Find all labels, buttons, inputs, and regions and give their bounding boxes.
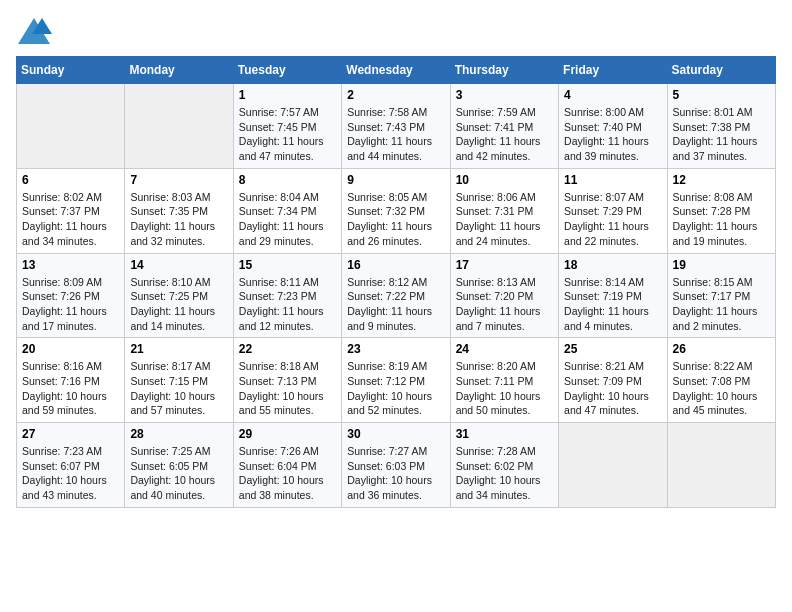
daylight: Daylight: 10 hours and 40 minutes. <box>130 474 215 501</box>
sunrise: Sunrise: 8:05 AM <box>347 191 427 203</box>
sunset: Sunset: 7:20 PM <box>456 290 534 302</box>
cell-content: Sunrise: 8:11 AM Sunset: 7:23 PM Dayligh… <box>239 275 336 334</box>
cell-content: Sunrise: 8:00 AM Sunset: 7:40 PM Dayligh… <box>564 105 661 164</box>
daylight: Daylight: 11 hours and 24 minutes. <box>456 220 541 247</box>
calendar-cell: 13 Sunrise: 8:09 AM Sunset: 7:26 PM Dayl… <box>17 253 125 338</box>
daylight: Daylight: 11 hours and 39 minutes. <box>564 135 649 162</box>
cell-content: Sunrise: 8:03 AM Sunset: 7:35 PM Dayligh… <box>130 190 227 249</box>
calendar-cell <box>559 423 667 508</box>
calendar-week-1: 1 Sunrise: 7:57 AM Sunset: 7:45 PM Dayli… <box>17 84 776 169</box>
cell-content: Sunrise: 8:12 AM Sunset: 7:22 PM Dayligh… <box>347 275 444 334</box>
sunset: Sunset: 7:34 PM <box>239 205 317 217</box>
calendar-cell: 28 Sunrise: 7:25 AM Sunset: 6:05 PM Dayl… <box>125 423 233 508</box>
cell-content: Sunrise: 7:23 AM Sunset: 6:07 PM Dayligh… <box>22 444 119 503</box>
calendar-cell: 26 Sunrise: 8:22 AM Sunset: 7:08 PM Dayl… <box>667 338 775 423</box>
calendar-cell: 29 Sunrise: 7:26 AM Sunset: 6:04 PM Dayl… <box>233 423 341 508</box>
sunset: Sunset: 7:09 PM <box>564 375 642 387</box>
cell-content: Sunrise: 7:57 AM Sunset: 7:45 PM Dayligh… <box>239 105 336 164</box>
daylight: Daylight: 10 hours and 38 minutes. <box>239 474 324 501</box>
calendar-cell: 21 Sunrise: 8:17 AM Sunset: 7:15 PM Dayl… <box>125 338 233 423</box>
calendar-cell: 14 Sunrise: 8:10 AM Sunset: 7:25 PM Dayl… <box>125 253 233 338</box>
sunset: Sunset: 7:12 PM <box>347 375 425 387</box>
daylight: Daylight: 10 hours and 34 minutes. <box>456 474 541 501</box>
daylight: Daylight: 10 hours and 43 minutes. <box>22 474 107 501</box>
calendar-cell: 30 Sunrise: 7:27 AM Sunset: 6:03 PM Dayl… <box>342 423 450 508</box>
daylight: Daylight: 11 hours and 19 minutes. <box>673 220 758 247</box>
day-number: 2 <box>347 88 444 102</box>
cell-content: Sunrise: 7:26 AM Sunset: 6:04 PM Dayligh… <box>239 444 336 503</box>
logo <box>16 16 56 46</box>
day-number: 14 <box>130 258 227 272</box>
day-number: 25 <box>564 342 661 356</box>
daylight: Daylight: 11 hours and 26 minutes. <box>347 220 432 247</box>
daylight: Daylight: 11 hours and 7 minutes. <box>456 305 541 332</box>
calendar-cell: 27 Sunrise: 7:23 AM Sunset: 6:07 PM Dayl… <box>17 423 125 508</box>
calendar-cell: 18 Sunrise: 8:14 AM Sunset: 7:19 PM Dayl… <box>559 253 667 338</box>
daylight: Daylight: 11 hours and 32 minutes. <box>130 220 215 247</box>
day-number: 30 <box>347 427 444 441</box>
weekday-header-saturday: Saturday <box>667 57 775 84</box>
day-number: 8 <box>239 173 336 187</box>
daylight: Daylight: 10 hours and 45 minutes. <box>673 390 758 417</box>
sunrise: Sunrise: 8:14 AM <box>564 276 644 288</box>
sunrise: Sunrise: 8:03 AM <box>130 191 210 203</box>
sunset: Sunset: 7:25 PM <box>130 290 208 302</box>
cell-content: Sunrise: 8:20 AM Sunset: 7:11 PM Dayligh… <box>456 359 553 418</box>
sunset: Sunset: 7:43 PM <box>347 121 425 133</box>
daylight: Daylight: 11 hours and 34 minutes. <box>22 220 107 247</box>
sunset: Sunset: 7:32 PM <box>347 205 425 217</box>
cell-content: Sunrise: 7:59 AM Sunset: 7:41 PM Dayligh… <box>456 105 553 164</box>
cell-content: Sunrise: 8:02 AM Sunset: 7:37 PM Dayligh… <box>22 190 119 249</box>
sunrise: Sunrise: 8:06 AM <box>456 191 536 203</box>
sunrise: Sunrise: 7:59 AM <box>456 106 536 118</box>
sunrise: Sunrise: 7:25 AM <box>130 445 210 457</box>
sunset: Sunset: 6:02 PM <box>456 460 534 472</box>
sunrise: Sunrise: 8:16 AM <box>22 360 102 372</box>
sunrise: Sunrise: 8:21 AM <box>564 360 644 372</box>
sunrise: Sunrise: 8:09 AM <box>22 276 102 288</box>
day-number: 20 <box>22 342 119 356</box>
sunset: Sunset: 7:23 PM <box>239 290 317 302</box>
sunrise: Sunrise: 7:23 AM <box>22 445 102 457</box>
sunset: Sunset: 7:41 PM <box>456 121 534 133</box>
calendar-cell: 17 Sunrise: 8:13 AM Sunset: 7:20 PM Dayl… <box>450 253 558 338</box>
sunrise: Sunrise: 8:04 AM <box>239 191 319 203</box>
sunrise: Sunrise: 7:28 AM <box>456 445 536 457</box>
day-number: 31 <box>456 427 553 441</box>
daylight: Daylight: 10 hours and 52 minutes. <box>347 390 432 417</box>
daylight: Daylight: 10 hours and 57 minutes. <box>130 390 215 417</box>
daylight: Daylight: 10 hours and 50 minutes. <box>456 390 541 417</box>
calendar-cell <box>17 84 125 169</box>
cell-content: Sunrise: 8:08 AM Sunset: 7:28 PM Dayligh… <box>673 190 770 249</box>
calendar-cell: 31 Sunrise: 7:28 AM Sunset: 6:02 PM Dayl… <box>450 423 558 508</box>
cell-content: Sunrise: 8:14 AM Sunset: 7:19 PM Dayligh… <box>564 275 661 334</box>
sunset: Sunset: 7:19 PM <box>564 290 642 302</box>
weekday-header-sunday: Sunday <box>17 57 125 84</box>
sunrise: Sunrise: 8:08 AM <box>673 191 753 203</box>
day-number: 24 <box>456 342 553 356</box>
sunset: Sunset: 6:07 PM <box>22 460 100 472</box>
day-number: 26 <box>673 342 770 356</box>
sunrise: Sunrise: 8:07 AM <box>564 191 644 203</box>
day-number: 5 <box>673 88 770 102</box>
sunrise: Sunrise: 8:01 AM <box>673 106 753 118</box>
sunrise: Sunrise: 7:27 AM <box>347 445 427 457</box>
cell-content: Sunrise: 7:28 AM Sunset: 6:02 PM Dayligh… <box>456 444 553 503</box>
sunrise: Sunrise: 7:26 AM <box>239 445 319 457</box>
calendar-cell: 3 Sunrise: 7:59 AM Sunset: 7:41 PM Dayli… <box>450 84 558 169</box>
sunset: Sunset: 7:11 PM <box>456 375 534 387</box>
sunrise: Sunrise: 8:18 AM <box>239 360 319 372</box>
sunset: Sunset: 7:08 PM <box>673 375 751 387</box>
cell-content: Sunrise: 8:10 AM Sunset: 7:25 PM Dayligh… <box>130 275 227 334</box>
calendar-header: SundayMondayTuesdayWednesdayThursdayFrid… <box>17 57 776 84</box>
sunset: Sunset: 7:37 PM <box>22 205 100 217</box>
daylight: Daylight: 11 hours and 44 minutes. <box>347 135 432 162</box>
cell-content: Sunrise: 8:15 AM Sunset: 7:17 PM Dayligh… <box>673 275 770 334</box>
sunset: Sunset: 7:45 PM <box>239 121 317 133</box>
daylight: Daylight: 11 hours and 14 minutes. <box>130 305 215 332</box>
cell-content: Sunrise: 8:01 AM Sunset: 7:38 PM Dayligh… <box>673 105 770 164</box>
page-header <box>16 16 776 46</box>
calendar-cell: 15 Sunrise: 8:11 AM Sunset: 7:23 PM Dayl… <box>233 253 341 338</box>
sunset: Sunset: 7:38 PM <box>673 121 751 133</box>
sunrise: Sunrise: 8:11 AM <box>239 276 319 288</box>
